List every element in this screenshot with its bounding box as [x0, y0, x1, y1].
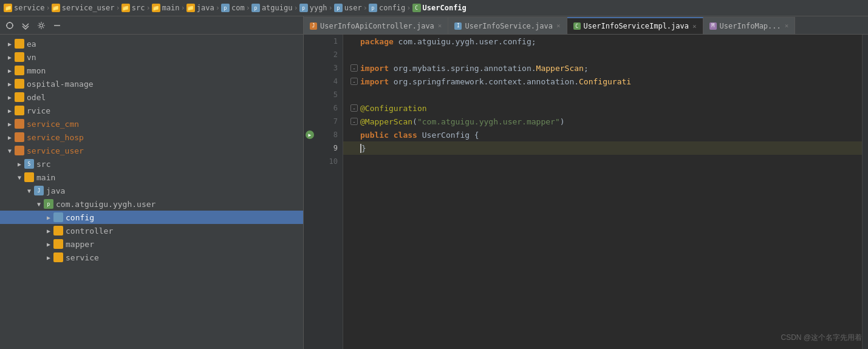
svg-point-5: [40, 24, 43, 27]
breadcrumb-item-com[interactable]: p com: [221, 4, 245, 12]
fold-icon[interactable]: -: [350, 118, 358, 125]
fold-icon[interactable]: -: [350, 78, 358, 85]
tree-item-hospital-manage[interactable]: ▶ ospital-manage: [0, 77, 303, 90]
line-num-9: 9: [316, 141, 343, 155]
breadcrumb-item-yygh[interactable]: p yygh: [299, 4, 327, 12]
tree-item-rvice[interactable]: ▶ rvice: [0, 104, 303, 117]
tree-item-package[interactable]: ▼ p com.atguigu.yygh.user: [0, 197, 303, 211]
sidebar-toolbar: [0, 16, 303, 35]
module-icon: [15, 146, 24, 155]
tree-item-ea[interactable]: ▶ ea: [0, 37, 303, 50]
tab-close-button[interactable]: ×: [556, 22, 561, 30]
line-num-3: 3: [316, 61, 343, 75]
collapse-all-button[interactable]: [19, 19, 32, 32]
run-icon[interactable]: ▶: [306, 130, 314, 139]
breadcrumb-item-service[interactable]: 📁 service: [4, 4, 45, 12]
tab-close-button[interactable]: ×: [785, 22, 789, 30]
minimize-sidebar-button[interactable]: [51, 19, 63, 32]
fold-icon[interactable]: -: [350, 104, 358, 112]
tab-close-button[interactable]: ×: [438, 22, 442, 30]
gutter-5: [304, 88, 316, 101]
settings-button[interactable]: [35, 19, 47, 32]
code-line-8: public class UserConfig {: [343, 128, 862, 141]
tree-item-vn[interactable]: ▶ vn: [0, 50, 303, 64]
tree-item-src[interactable]: ▶ S src: [0, 157, 303, 171]
code-content[interactable]: package com.atguigu.yygh.user.config; - …: [343, 35, 862, 349]
gutter-4: [304, 75, 316, 88]
tree-item-mmon[interactable]: ▶ mmon: [0, 64, 303, 77]
folder-icon: [15, 92, 24, 102]
package-icon: p: [44, 199, 53, 209]
breadcrumb-item-user[interactable]: p user: [334, 4, 362, 12]
project-sidebar: ▶ ea ▶ vn ▶ mmon ▶: [0, 16, 304, 349]
folder-icon: 📁: [4, 4, 12, 12]
module-icon: [15, 119, 24, 129]
breadcrumb-item-java[interactable]: 📁 java: [186, 4, 214, 12]
line-num-2: 2: [316, 48, 343, 61]
tree-item-odel[interactable]: ▶ odel: [0, 90, 303, 104]
tree-item-service-sub[interactable]: ▶ service: [0, 251, 303, 264]
folder-icon: 📁: [186, 4, 195, 12]
tree-item-config[interactable]: ▶ config: [0, 211, 303, 224]
line-num-1: 1: [316, 35, 343, 48]
breadcrumb-item-config[interactable]: p config: [369, 4, 405, 12]
editor-tabs: J UserInfoApiController.java × I UserInf…: [304, 16, 868, 35]
gutter-2: [304, 48, 316, 61]
fold-icon[interactable]: -: [350, 64, 358, 72]
breadcrumb-item-main[interactable]: 📁 main: [152, 4, 180, 12]
breadcrumb-item-src[interactable]: 📁 src: [121, 4, 145, 12]
folder-icon: 📁: [52, 4, 60, 12]
folder-icon: [15, 39, 24, 49]
folder-icon: [15, 52, 24, 62]
tab-UserInfoMap[interactable]: M UserInfoMap... ×: [703, 17, 796, 34]
package-icon: p: [221, 4, 230, 12]
folder-icon: [53, 239, 63, 249]
project-tree[interactable]: ▶ ea ▶ vn ▶ mmon ▶: [0, 35, 303, 349]
java-src-icon: J: [34, 186, 44, 195]
interface-icon: I: [454, 22, 462, 30]
tab-UserInfoServiceImpl[interactable]: C UserInfoServiceImpl.java ×: [567, 17, 703, 34]
folder-icon: [15, 66, 24, 75]
package-icon: p: [299, 4, 308, 12]
tree-item-service-cmn[interactable]: ▶ service_cmn: [0, 117, 303, 130]
line-num-4: 4: [316, 75, 343, 88]
code-line-9: }: [343, 141, 862, 155]
svg-point-0: [7, 22, 13, 29]
editor-wrapper: ▶ 1 2 3 4 5 6 7 8 9 10: [304, 35, 868, 349]
tree-item-main[interactable]: ▼ main: [0, 171, 303, 184]
class-icon: C: [412, 4, 421, 12]
module-icon: [15, 132, 24, 142]
package-icon: p: [369, 4, 377, 12]
folder-icon: 📁: [152, 4, 160, 12]
breadcrumb-item-userconfig[interactable]: C UserConfig: [412, 4, 466, 12]
folder-icon: [53, 212, 63, 222]
gutter-9: [304, 141, 316, 155]
gutter-6: [304, 101, 316, 115]
line-num-7: 7: [316, 115, 343, 128]
code-line-6: - @Configuration: [343, 101, 862, 115]
tab-UserInfoApiController[interactable]: J UserInfoApiController.java ×: [304, 17, 448, 34]
tree-item-service-hosp[interactable]: ▶ service_hosp: [0, 130, 303, 144]
tree-item-service-user[interactable]: ▼ service_user: [0, 144, 303, 157]
tree-item-mapper[interactable]: ▶ mapper: [0, 237, 303, 251]
folder-icon: [15, 79, 24, 89]
locate-file-button[interactable]: [4, 19, 16, 32]
code-line-5: [343, 88, 862, 101]
code-line-10: [343, 155, 862, 168]
breadcrumb-item-atguigu[interactable]: p atguigu: [251, 4, 293, 12]
code-line-1: package com.atguigu.yygh.user.config;: [343, 35, 862, 48]
line-num-5: 5: [316, 88, 343, 101]
tab-UserInfoService[interactable]: I UserInfoService.java ×: [448, 17, 567, 34]
impl-icon: C: [573, 22, 581, 30]
tab-close-button[interactable]: ×: [692, 22, 697, 30]
code-line-7: - @MapperScan("com.atguigu.yygh.user.map…: [343, 115, 862, 128]
tree-item-java[interactable]: ▼ J java: [0, 184, 303, 197]
breadcrumb-item-service-user[interactable]: 📁 service_user: [52, 4, 115, 12]
code-editor[interactable]: ▶ 1 2 3 4 5 6 7 8 9 10: [304, 35, 868, 349]
editor-scrollbar[interactable]: [862, 35, 868, 349]
folder-icon: 📁: [121, 4, 130, 12]
folder-icon: [24, 172, 34, 182]
code-line-4: - import org.springframework.context.ann…: [343, 75, 862, 88]
gutter-3: [304, 61, 316, 75]
tree-item-controller[interactable]: ▶ controller: [0, 224, 303, 237]
